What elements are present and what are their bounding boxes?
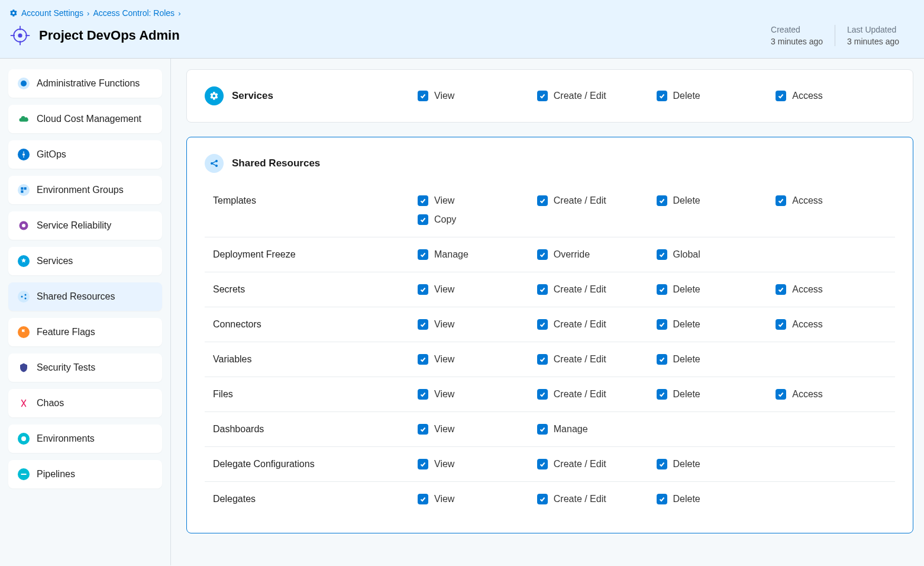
updated-label: Last Updated bbox=[847, 25, 899, 34]
variables-view-checkbox[interactable]: View bbox=[418, 354, 537, 365]
shared-icon bbox=[18, 291, 30, 303]
svg-line-23 bbox=[212, 162, 215, 163]
files-view-checkbox[interactable]: View bbox=[418, 389, 537, 400]
sidebar-item-administrative-functions[interactable]: Administrative Functions bbox=[8, 69, 162, 98]
svg-point-8 bbox=[23, 152, 24, 153]
delegates-view-checkbox[interactable]: View bbox=[418, 494, 537, 504]
perm-row-secrets: SecretsViewCreate / EditDeleteAccess bbox=[205, 272, 895, 307]
templates-copy-checkbox[interactable]: Copy bbox=[418, 214, 537, 225]
svg-point-16 bbox=[25, 294, 27, 296]
perm-name-deployment-freeze: Deployment Freeze bbox=[205, 249, 418, 260]
connectors-create-edit-checkbox[interactable]: Create / Edit bbox=[537, 319, 657, 330]
chaos-icon bbox=[18, 397, 30, 409]
files-create-edit-checkbox[interactable]: Create / Edit bbox=[537, 389, 657, 400]
svg-point-7 bbox=[22, 153, 25, 156]
delegate-configurations-create-edit-checkbox[interactable]: Create / Edit bbox=[537, 459, 657, 469]
shared-title: Shared Resources bbox=[232, 157, 320, 169]
perm-name-delegate-configurations: Delegate Configurations bbox=[205, 459, 418, 469]
sidebar-item-label: GitOps bbox=[37, 149, 66, 160]
created-value: 3 minutes ago bbox=[771, 37, 823, 46]
gear-icon bbox=[9, 9, 18, 17]
deployment-freeze-override-checkbox[interactable]: Override bbox=[537, 249, 657, 260]
secrets-access-checkbox[interactable]: Access bbox=[776, 284, 895, 295]
deployment-freeze-global-checkbox[interactable]: Global bbox=[657, 249, 776, 260]
dashboards-view-checkbox[interactable]: View bbox=[418, 424, 537, 435]
pipelines-icon bbox=[18, 468, 30, 480]
srm-icon bbox=[18, 220, 30, 231]
secrets-view-checkbox[interactable]: View bbox=[418, 284, 537, 295]
services-section-icon bbox=[205, 86, 224, 105]
perm-name-secrets: Secrets bbox=[205, 284, 418, 295]
svg-point-15 bbox=[21, 296, 23, 298]
templates-view-checkbox[interactable]: View bbox=[418, 195, 537, 206]
variables-create-edit-checkbox[interactable]: Create / Edit bbox=[537, 354, 657, 365]
dashboards-manage-checkbox[interactable]: Manage bbox=[537, 424, 657, 435]
perm-name-delegates: Delegates bbox=[205, 494, 418, 504]
perm-name-files: Files bbox=[205, 389, 418, 400]
delegates-create-edit-checkbox[interactable]: Create / Edit bbox=[537, 494, 657, 504]
perm-row-dashboards: DashboardsViewManage bbox=[205, 411, 895, 446]
sidebar-item-services[interactable]: Services bbox=[8, 247, 162, 275]
templates-access-checkbox[interactable]: Access bbox=[776, 195, 895, 206]
svg-point-14 bbox=[22, 224, 25, 227]
env-icon bbox=[18, 433, 30, 445]
sidebar-item-label: Pipelines bbox=[37, 469, 75, 480]
security-icon bbox=[18, 362, 30, 374]
perm-row-connectors: ConnectorsViewCreate / EditDeleteAccess bbox=[205, 307, 895, 342]
sidebar: Administrative Functions Cloud Cost Mana… bbox=[0, 59, 171, 565]
files-delete-checkbox[interactable]: Delete bbox=[657, 389, 776, 400]
connectors-access-checkbox[interactable]: Access bbox=[776, 319, 895, 330]
sidebar-item-label: Feature Flags bbox=[37, 327, 95, 337]
files-access-checkbox[interactable]: Access bbox=[776, 389, 895, 400]
connectors-view-checkbox[interactable]: View bbox=[418, 319, 537, 330]
sidebar-item-label: Administrative Functions bbox=[37, 78, 140, 89]
svg-point-6 bbox=[21, 81, 27, 86]
templates-delete-checkbox[interactable]: Delete bbox=[657, 195, 776, 206]
delegates-delete-checkbox[interactable]: Delete bbox=[657, 494, 776, 504]
delegate-configurations-delete-checkbox[interactable]: Delete bbox=[657, 459, 776, 469]
templates-create-edit-checkbox[interactable]: Create / Edit bbox=[537, 195, 657, 206]
sidebar-item-service-reliability[interactable]: Service Reliability bbox=[8, 211, 162, 240]
secrets-delete-checkbox[interactable]: Delete bbox=[657, 284, 776, 295]
ff-icon bbox=[18, 326, 30, 338]
connectors-delete-checkbox[interactable]: Delete bbox=[657, 319, 776, 330]
sidebar-item-gitops[interactable]: GitOps bbox=[8, 140, 162, 169]
admin-icon bbox=[18, 78, 30, 89]
sidebar-item-label: Cloud Cost Management bbox=[37, 114, 141, 124]
svg-point-18 bbox=[21, 436, 26, 441]
sidebar-item-shared-resources[interactable]: Shared Resources bbox=[8, 282, 162, 311]
svg-rect-10 bbox=[21, 187, 23, 189]
svg-point-1 bbox=[18, 34, 21, 37]
sidebar-item-chaos[interactable]: Chaos bbox=[8, 389, 162, 417]
services-access-checkbox[interactable]: Access bbox=[776, 91, 895, 101]
svg-line-24 bbox=[212, 164, 215, 166]
target-icon bbox=[9, 25, 31, 46]
svg-rect-12 bbox=[21, 191, 23, 193]
breadcrumb-access-control-roles[interactable]: Access Control: Roles bbox=[93, 8, 175, 18]
deployment-freeze-manage-checkbox[interactable]: Manage bbox=[418, 249, 537, 260]
perm-row-delegate-configurations: Delegate ConfigurationsViewCreate / Edit… bbox=[205, 446, 895, 481]
perm-row-templates: TemplatesViewCopyCreate / EditDeleteAcce… bbox=[205, 184, 895, 237]
perm-row-delegates: DelegatesViewCreate / EditDelete bbox=[205, 481, 895, 516]
perm-name-connectors: Connectors bbox=[205, 319, 418, 330]
secrets-create-edit-checkbox[interactable]: Create / Edit bbox=[537, 284, 657, 295]
svg-point-9 bbox=[23, 156, 24, 157]
delegate-configurations-view-checkbox[interactable]: View bbox=[418, 459, 537, 469]
breadcrumb-account-settings[interactable]: Account Settings bbox=[21, 8, 83, 18]
perm-name-dashboards: Dashboards bbox=[205, 424, 418, 435]
services-delete-checkbox[interactable]: Delete bbox=[657, 91, 776, 101]
sidebar-item-pipelines[interactable]: Pipelines bbox=[8, 460, 162, 488]
sidebar-item-feature-flags[interactable]: Feature Flags bbox=[8, 318, 162, 346]
services-view-checkbox[interactable]: View bbox=[418, 91, 537, 101]
svg-rect-19 bbox=[21, 474, 27, 475]
variables-delete-checkbox[interactable]: Delete bbox=[657, 354, 776, 365]
sidebar-item-security-tests[interactable]: Security Tests bbox=[8, 353, 162, 382]
services-create-checkbox[interactable]: Create / Edit bbox=[537, 91, 657, 101]
chevron-right-icon: › bbox=[87, 9, 89, 18]
section-services: Services View Create / Edit Delete Acces… bbox=[186, 69, 913, 123]
updated-value: 3 minutes ago bbox=[847, 37, 899, 46]
sidebar-item-cloud-cost-management[interactable]: Cloud Cost Management bbox=[8, 105, 162, 133]
meta-info: Created 3 minutes ago Last Updated 3 min… bbox=[759, 25, 911, 46]
sidebar-item-environment-groups[interactable]: Environment Groups bbox=[8, 176, 162, 204]
sidebar-item-environments[interactable]: Environments bbox=[8, 424, 162, 453]
